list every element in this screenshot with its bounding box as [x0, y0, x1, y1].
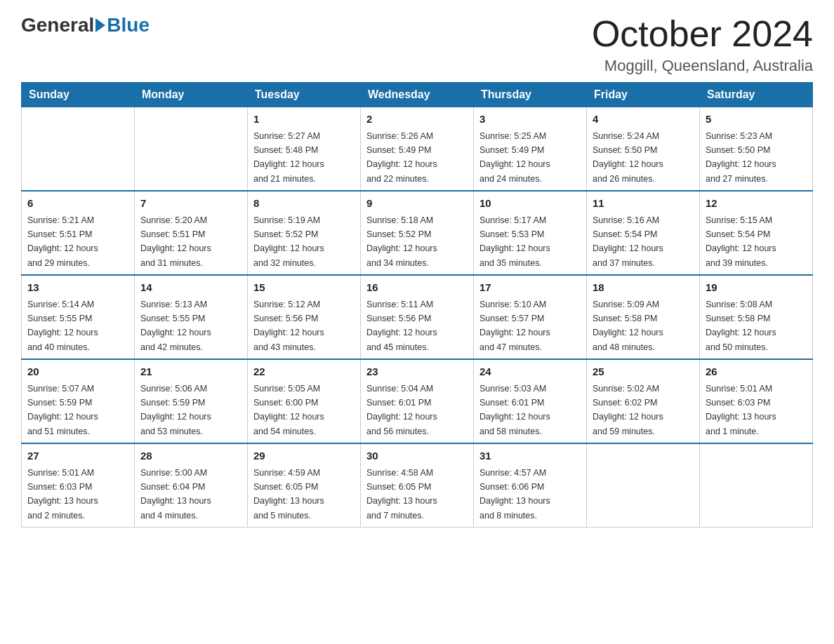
- day-number: 5: [706, 112, 807, 128]
- day-number: 23: [366, 364, 468, 380]
- day-info: Sunrise: 5:14 AMSunset: 5:55 PMDaylight:…: [27, 300, 98, 352]
- calendar-cell: 23Sunrise: 5:04 AMSunset: 6:01 PMDayligh…: [361, 359, 474, 443]
- day-info: Sunrise: 5:09 AMSunset: 5:58 PMDaylight:…: [593, 300, 663, 352]
- calendar-table: SundayMondayTuesdayWednesdayThursdayFrid…: [21, 82, 813, 528]
- day-info: Sunrise: 5:21 AMSunset: 5:51 PMDaylight:…: [27, 215, 98, 268]
- day-number: 15: [253, 280, 355, 296]
- day-number: 30: [366, 448, 468, 464]
- calendar-cell: 4Sunrise: 5:24 AMSunset: 5:50 PMDaylight…: [587, 107, 700, 192]
- day-number: 6: [27, 196, 128, 212]
- calendar-cell: 16Sunrise: 5:11 AMSunset: 5:56 PMDayligh…: [361, 275, 474, 359]
- calendar-cell: 21Sunrise: 5:06 AMSunset: 5:59 PMDayligh…: [135, 359, 248, 443]
- month-title: October 2024: [592, 14, 813, 54]
- calendar-cell: 12Sunrise: 5:15 AMSunset: 5:54 PMDayligh…: [700, 191, 813, 275]
- day-number: 9: [366, 196, 468, 212]
- calendar-cell: 10Sunrise: 5:17 AMSunset: 5:53 PMDayligh…: [474, 191, 587, 275]
- calendar-header-wednesday: Wednesday: [361, 83, 474, 107]
- day-info: Sunrise: 4:58 AMSunset: 6:05 PMDaylight:…: [366, 468, 437, 521]
- day-info: Sunrise: 5:00 AMSunset: 6:04 PMDaylight:…: [140, 468, 211, 521]
- calendar-cell: 14Sunrise: 5:13 AMSunset: 5:55 PMDayligh…: [135, 275, 248, 359]
- day-info: Sunrise: 5:04 AMSunset: 6:01 PMDaylight:…: [366, 384, 437, 436]
- day-info: Sunrise: 5:02 AMSunset: 6:02 PMDaylight:…: [593, 384, 663, 436]
- day-number: 4: [593, 112, 694, 128]
- calendar-header-saturday: Saturday: [700, 83, 813, 107]
- calendar-cell: 8Sunrise: 5:19 AMSunset: 5:52 PMDaylight…: [248, 191, 361, 275]
- calendar-cell: 30Sunrise: 4:58 AMSunset: 6:05 PMDayligh…: [361, 443, 474, 528]
- day-number: 29: [253, 448, 355, 464]
- calendar-cell: 28Sunrise: 5:00 AMSunset: 6:04 PMDayligh…: [135, 443, 248, 528]
- day-info: Sunrise: 5:13 AMSunset: 5:55 PMDaylight:…: [140, 300, 211, 352]
- location-label: Moggill, Queensland, Australia: [592, 57, 813, 75]
- calendar-cell: 5Sunrise: 5:23 AMSunset: 5:50 PMDaylight…: [700, 107, 813, 192]
- day-info: Sunrise: 4:59 AMSunset: 6:05 PMDaylight:…: [253, 468, 324, 521]
- day-number: 12: [706, 196, 807, 212]
- day-info: Sunrise: 5:26 AMSunset: 5:49 PMDaylight:…: [366, 131, 437, 184]
- calendar-cell: 7Sunrise: 5:20 AMSunset: 5:51 PMDaylight…: [135, 191, 248, 275]
- logo-arrow-icon: [95, 18, 105, 32]
- day-info: Sunrise: 5:24 AMSunset: 5:50 PMDaylight:…: [593, 131, 663, 184]
- day-info: Sunrise: 5:12 AMSunset: 5:56 PMDaylight:…: [253, 300, 324, 352]
- calendar-cell: 1Sunrise: 5:27 AMSunset: 5:48 PMDaylight…: [248, 107, 361, 192]
- calendar-week-row: 13Sunrise: 5:14 AMSunset: 5:55 PMDayligh…: [22, 275, 813, 359]
- day-number: 22: [253, 364, 355, 380]
- day-info: Sunrise: 5:06 AMSunset: 5:59 PMDaylight:…: [140, 384, 211, 436]
- day-info: Sunrise: 5:17 AMSunset: 5:53 PMDaylight:…: [479, 215, 550, 268]
- day-number: 1: [253, 112, 355, 128]
- day-number: 26: [706, 364, 807, 380]
- day-number: 27: [27, 448, 128, 464]
- calendar-header-tuesday: Tuesday: [248, 83, 361, 107]
- logo: General Blue: [21, 14, 150, 36]
- day-number: 24: [479, 364, 581, 380]
- calendar-cell: [135, 107, 248, 192]
- calendar-cell: 18Sunrise: 5:09 AMSunset: 5:58 PMDayligh…: [587, 275, 700, 359]
- day-number: 10: [479, 196, 581, 212]
- calendar-cell: 24Sunrise: 5:03 AMSunset: 6:01 PMDayligh…: [474, 359, 587, 443]
- day-number: 16: [366, 280, 468, 296]
- day-info: Sunrise: 5:01 AMSunset: 6:03 PMDaylight:…: [27, 468, 98, 521]
- day-number: 31: [479, 448, 581, 464]
- calendar-cell: [700, 443, 813, 528]
- day-info: Sunrise: 5:25 AMSunset: 5:49 PMDaylight:…: [479, 131, 550, 184]
- day-info: Sunrise: 5:16 AMSunset: 5:54 PMDaylight:…: [593, 215, 663, 268]
- day-info: Sunrise: 5:23 AMSunset: 5:50 PMDaylight:…: [706, 131, 776, 184]
- title-block: October 2024 Moggill, Queensland, Austra…: [592, 14, 813, 75]
- day-info: Sunrise: 5:11 AMSunset: 5:56 PMDaylight:…: [366, 300, 437, 352]
- day-number: 17: [479, 280, 581, 296]
- day-info: Sunrise: 5:08 AMSunset: 5:58 PMDaylight:…: [706, 300, 776, 352]
- calendar-week-row: 6Sunrise: 5:21 AMSunset: 5:51 PMDaylight…: [22, 191, 813, 275]
- day-number: 2: [366, 112, 468, 128]
- page-header: General Blue October 2024 Moggill, Queen…: [21, 14, 813, 75]
- calendar-cell: 15Sunrise: 5:12 AMSunset: 5:56 PMDayligh…: [248, 275, 361, 359]
- calendar-cell: 13Sunrise: 5:14 AMSunset: 5:55 PMDayligh…: [22, 275, 135, 359]
- calendar-cell: 31Sunrise: 4:57 AMSunset: 6:06 PMDayligh…: [474, 443, 587, 528]
- day-info: Sunrise: 5:07 AMSunset: 5:59 PMDaylight:…: [27, 384, 98, 436]
- calendar-header-friday: Friday: [587, 83, 700, 107]
- calendar-cell: 19Sunrise: 5:08 AMSunset: 5:58 PMDayligh…: [700, 275, 813, 359]
- calendar-week-row: 27Sunrise: 5:01 AMSunset: 6:03 PMDayligh…: [22, 443, 813, 528]
- calendar-cell: 9Sunrise: 5:18 AMSunset: 5:52 PMDaylight…: [361, 191, 474, 275]
- calendar-cell: 6Sunrise: 5:21 AMSunset: 5:51 PMDaylight…: [22, 191, 135, 275]
- logo-general-text: General: [21, 14, 94, 36]
- day-number: 28: [140, 448, 241, 464]
- calendar-cell: [22, 107, 135, 192]
- calendar-cell: 17Sunrise: 5:10 AMSunset: 5:57 PMDayligh…: [474, 275, 587, 359]
- day-number: 25: [593, 364, 694, 380]
- day-info: Sunrise: 5:05 AMSunset: 6:00 PMDaylight:…: [253, 384, 324, 436]
- day-number: 11: [593, 196, 694, 212]
- day-number: 19: [706, 280, 807, 296]
- day-number: 13: [27, 280, 128, 296]
- day-number: 14: [140, 280, 241, 296]
- calendar-header-thursday: Thursday: [474, 83, 587, 107]
- calendar-header-row: SundayMondayTuesdayWednesdayThursdayFrid…: [22, 83, 813, 107]
- day-info: Sunrise: 4:57 AMSunset: 6:06 PMDaylight:…: [479, 468, 550, 521]
- calendar-cell: 20Sunrise: 5:07 AMSunset: 5:59 PMDayligh…: [22, 359, 135, 443]
- day-info: Sunrise: 5:03 AMSunset: 6:01 PMDaylight:…: [479, 384, 550, 436]
- day-info: Sunrise: 5:18 AMSunset: 5:52 PMDaylight:…: [366, 215, 437, 268]
- day-info: Sunrise: 5:19 AMSunset: 5:52 PMDaylight:…: [253, 215, 324, 268]
- calendar-cell: 22Sunrise: 5:05 AMSunset: 6:00 PMDayligh…: [248, 359, 361, 443]
- day-number: 20: [27, 364, 128, 380]
- calendar-cell: 25Sunrise: 5:02 AMSunset: 6:02 PMDayligh…: [587, 359, 700, 443]
- day-info: Sunrise: 5:01 AMSunset: 6:03 PMDaylight:…: [706, 384, 776, 436]
- calendar-cell: [587, 443, 700, 528]
- calendar-header-monday: Monday: [135, 83, 248, 107]
